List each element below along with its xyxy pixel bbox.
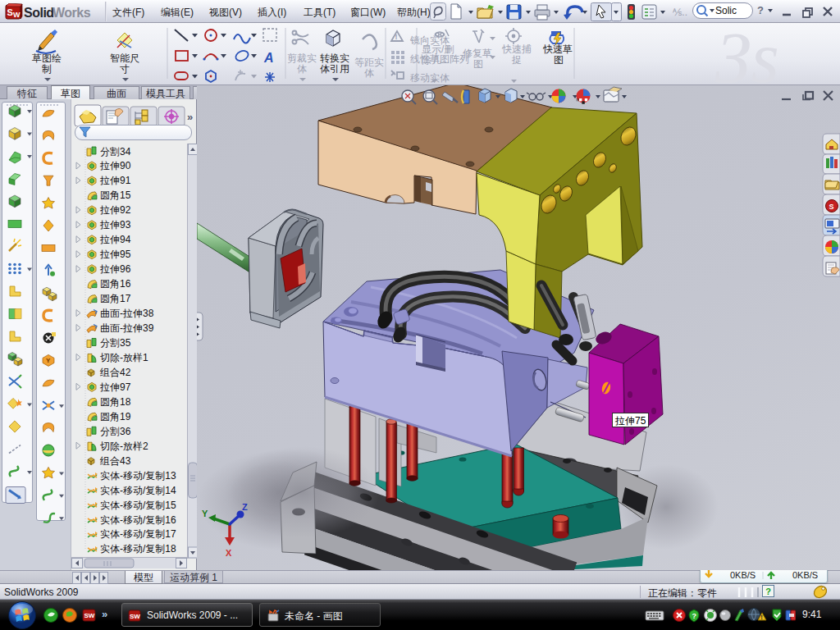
svg-text:Solid: Solid [24, 6, 54, 20]
svg-text:拉伸96: 拉伸96 [99, 263, 131, 275]
svg-text:圆角19: 圆角19 [100, 411, 131, 422]
svg-text:⅍..: ⅍.. [673, 7, 687, 18]
svg-text:Y: Y [202, 509, 208, 518]
svg-text:分割35: 分割35 [100, 337, 131, 349]
svg-text:X: X [226, 548, 232, 558]
svg-text:实体-移动/复制13: 实体-移动/复制13 [100, 470, 176, 482]
svg-text:切除-放样1: 切除-放样1 [99, 352, 148, 363]
svg-text:圆角18: 圆角18 [100, 396, 131, 408]
svg-text:组合42: 组合42 [99, 367, 131, 378]
svg-text:曲面-拉伸38: 曲面-拉伸38 [100, 308, 154, 319]
svg-text:»: » [102, 608, 107, 620]
svg-text:?: ? [692, 612, 697, 620]
svg-text:S: S [7, 7, 13, 17]
svg-text:圆角16: 圆角16 [100, 278, 131, 290]
svg-text:Z: Z [242, 502, 248, 512]
svg-text:拉伸91: 拉伸91 [99, 175, 131, 186]
svg-text:W: W [13, 11, 21, 19]
svg-text:拉伸93: 拉伸93 [99, 219, 131, 231]
svg-text:组合43: 组合43 [99, 455, 131, 467]
svg-text:实体-移动/复制18: 实体-移动/复制18 [100, 543, 176, 555]
svg-text:!: ! [395, 33, 398, 41]
svg-text:0KB/S: 0KB/S [792, 570, 818, 580]
svg-text:拉伸90: 拉伸90 [99, 160, 131, 171]
svg-text:曲面-拉伸39: 曲面-拉伸39 [100, 322, 154, 334]
svg-text:Y: Y [46, 357, 51, 364]
svg-text:实体-移动/复制14: 实体-移动/复制14 [100, 485, 176, 496]
svg-text:拉伸97: 拉伸97 [99, 381, 131, 393]
svg-text:拉伸92: 拉伸92 [99, 204, 131, 216]
svg-text:拉伸95: 拉伸95 [99, 249, 131, 260]
svg-text:Зs: Зs [715, 23, 779, 85]
svg-text:实体-移动/复制17: 实体-移动/复制17 [100, 528, 176, 540]
svg-text:!: ! [760, 614, 763, 621]
svg-text:拉伸94: 拉伸94 [99, 234, 131, 245]
svg-text:分割36: 分割36 [100, 426, 131, 437]
svg-text:实体-移动/复制16: 实体-移动/复制16 [100, 514, 176, 526]
svg-text:SW: SW [84, 612, 95, 619]
svg-text:拉伸75: 拉伸75 [614, 415, 646, 427]
svg-text:实体-移动/复制15: 实体-移动/复制15 [100, 500, 176, 511]
svg-text:Works: Works [52, 6, 91, 20]
svg-text:S: S [829, 203, 834, 211]
svg-text:圆角17: 圆角17 [100, 293, 131, 304]
svg-text:切除-放样2: 切除-放样2 [99, 441, 148, 452]
svg-text:SW: SW [130, 613, 140, 620]
svg-text:0KB/S: 0KB/S [730, 570, 756, 580]
svg-text:A: A [263, 51, 274, 65]
svg-text:圆角15: 圆角15 [100, 189, 131, 201]
svg-text:分割34: 分割34 [100, 146, 131, 158]
